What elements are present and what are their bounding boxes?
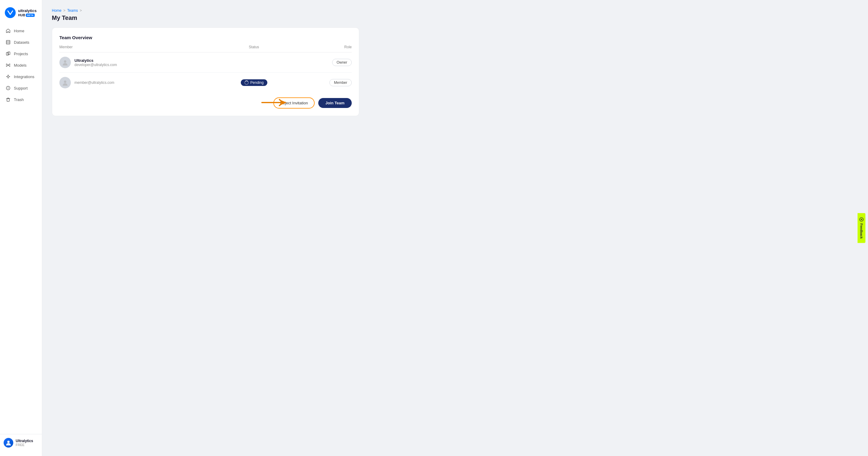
member-email-1: developer@ultralytics.com bbox=[74, 63, 117, 67]
svg-point-0 bbox=[5, 7, 16, 18]
role-badge-member: Member bbox=[330, 79, 352, 86]
card-title: Team Overview bbox=[59, 35, 352, 40]
sidebar-item-projects[interactable]: Projects bbox=[2, 48, 39, 59]
home-icon bbox=[5, 28, 11, 33]
col-status: Status bbox=[218, 45, 290, 53]
feedback-tab[interactable]: Feedback bbox=[858, 213, 866, 243]
svg-point-7 bbox=[6, 64, 7, 65]
sidebar-item-trash[interactable]: Trash bbox=[2, 94, 39, 105]
svg-line-13 bbox=[7, 65, 8, 66]
main-content: Home > Teams > My Team Team Overview Mem… bbox=[42, 0, 868, 456]
sidebar-item-home-label: Home bbox=[14, 29, 24, 33]
join-team-button[interactable]: Join Team bbox=[318, 98, 352, 108]
beta-badge: BETA bbox=[26, 13, 35, 17]
member-cell-2: member@ultralytics.com bbox=[59, 73, 218, 93]
member-avatar-1 bbox=[59, 57, 71, 68]
sidebar-item-models[interactable]: Models bbox=[2, 60, 39, 70]
hub-label: HUBBETA bbox=[18, 13, 36, 17]
role-cell-2: Member bbox=[290, 73, 352, 93]
user-plan: FREE bbox=[16, 443, 33, 447]
role-badge-owner: Owner bbox=[332, 59, 352, 66]
pending-badge: Pending bbox=[241, 79, 267, 86]
feedback-label: Feedback bbox=[860, 224, 864, 239]
svg-line-14 bbox=[8, 65, 9, 66]
svg-point-9 bbox=[6, 66, 7, 67]
sidebar-item-integrations-label: Integrations bbox=[14, 75, 34, 79]
svg-point-19 bbox=[7, 440, 10, 443]
member-cell-1: Ultralytics developer@ultralytics.com bbox=[59, 53, 218, 73]
status-cell-2: Pending bbox=[218, 73, 290, 93]
svg-line-11 bbox=[7, 64, 8, 65]
breadcrumb-sep-2: > bbox=[80, 8, 82, 13]
logo-text: ultralytics HUBBETA bbox=[18, 8, 36, 17]
sidebar-item-datasets[interactable]: Datasets bbox=[2, 37, 39, 48]
user-name: Ultralytics bbox=[16, 439, 33, 443]
svg-point-8 bbox=[9, 64, 10, 65]
sidebar-item-integrations[interactable]: Integrations bbox=[2, 71, 39, 82]
orange-arrow-indicator bbox=[261, 98, 288, 109]
svg-point-15 bbox=[7, 76, 9, 78]
team-card: Team Overview Member Status Role bbox=[52, 27, 359, 116]
member-info-2: member@ultralytics.com bbox=[74, 81, 114, 85]
breadcrumb: Home > Teams > bbox=[52, 8, 858, 13]
svg-point-21 bbox=[64, 81, 66, 83]
sidebar-item-models-label: Models bbox=[14, 63, 27, 67]
member-avatar-2 bbox=[59, 77, 71, 88]
breadcrumb-home[interactable]: Home bbox=[52, 8, 61, 13]
sidebar-item-trash-label: Trash bbox=[14, 97, 24, 102]
team-table: Member Status Role Ultralytics bbox=[59, 45, 352, 93]
support-icon bbox=[5, 85, 11, 91]
sidebar-item-home[interactable]: Home bbox=[2, 25, 39, 36]
breadcrumb-sep-1: > bbox=[63, 8, 65, 13]
svg-rect-17 bbox=[7, 98, 9, 101]
sidebar: ultralytics HUBBETA Home Datasets Proje bbox=[0, 0, 42, 456]
user-avatar bbox=[4, 438, 13, 448]
member-info-1: Ultralytics developer@ultralytics.com bbox=[74, 58, 117, 67]
sidebar-bottom: Ultralytics FREE bbox=[0, 434, 42, 451]
logo-icon bbox=[5, 7, 16, 18]
user-info[interactable]: Ultralytics FREE bbox=[4, 438, 38, 448]
sidebar-item-support-label: Support bbox=[14, 86, 28, 90]
col-role: Role bbox=[290, 45, 352, 53]
table-row: Ultralytics developer@ultralytics.com Ow… bbox=[59, 53, 352, 73]
integrations-icon bbox=[5, 74, 11, 79]
feedback-icon bbox=[860, 218, 864, 222]
logo: ultralytics HUBBETA bbox=[0, 5, 42, 25]
svg-point-20 bbox=[64, 60, 66, 63]
col-member: Member bbox=[59, 45, 218, 53]
models-icon bbox=[5, 62, 11, 68]
member-name-1: Ultralytics bbox=[74, 58, 117, 63]
page-title: My Team bbox=[52, 15, 858, 21]
role-cell-1: Owner bbox=[290, 53, 352, 73]
svg-line-12 bbox=[8, 64, 9, 65]
member-email-2: member@ultralytics.com bbox=[74, 81, 114, 85]
svg-point-24 bbox=[861, 219, 862, 220]
pending-spinner bbox=[244, 81, 249, 85]
app-name: ultralytics bbox=[18, 8, 36, 13]
trash-icon bbox=[5, 97, 11, 102]
user-text: Ultralytics FREE bbox=[16, 439, 33, 447]
action-row: Reject Invitation Join Team bbox=[59, 97, 352, 109]
nav-items: Home Datasets Projects Models bbox=[0, 25, 42, 434]
projects-icon bbox=[5, 51, 11, 56]
sidebar-item-support[interactable]: Support bbox=[2, 83, 39, 93]
breadcrumb-teams[interactable]: Teams bbox=[67, 8, 78, 13]
status-cell-1 bbox=[218, 53, 290, 73]
table-row: member@ultralytics.com Pending Member bbox=[59, 73, 352, 93]
pending-label: Pending bbox=[250, 81, 264, 85]
sidebar-item-projects-label: Projects bbox=[14, 52, 28, 56]
datasets-icon bbox=[5, 39, 11, 45]
svg-point-10 bbox=[9, 66, 10, 67]
sidebar-item-datasets-label: Datasets bbox=[14, 40, 29, 45]
svg-rect-1 bbox=[6, 40, 10, 44]
